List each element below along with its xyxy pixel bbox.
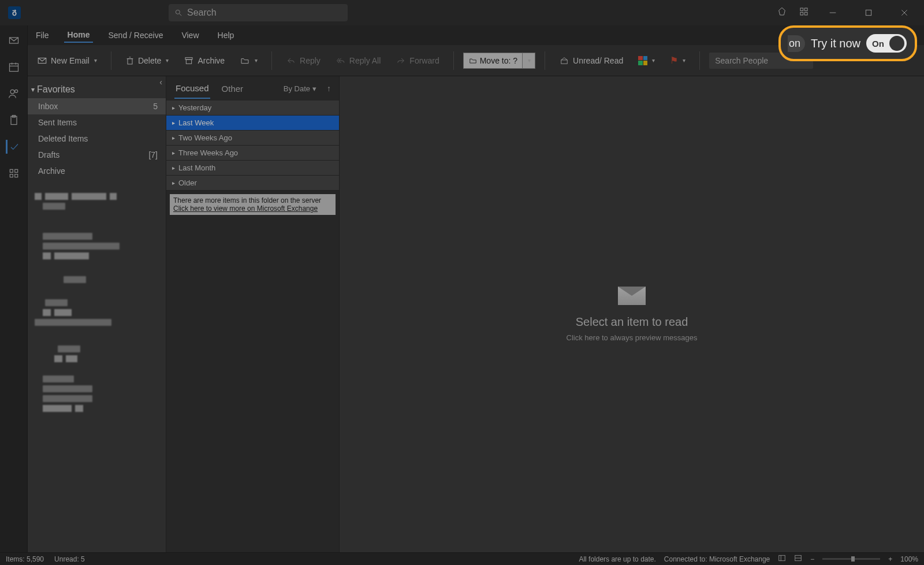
new-email-button[interactable]: New Email ▾ — [32, 53, 102, 68]
zoom-slider[interactable] — [822, 558, 880, 560]
clipboard-icon — [8, 114, 20, 126]
folder-arrow-icon — [468, 57, 478, 65]
svg-rect-8 — [866, 10, 871, 15]
folder-deleted[interactable]: Deleted Items — [28, 131, 166, 147]
zoom-out-icon[interactable]: − — [810, 555, 814, 563]
categorize-button[interactable]: ▾ — [634, 54, 660, 68]
folder-inbox[interactable]: Inbox 5 — [28, 98, 166, 114]
archive-icon — [184, 56, 194, 65]
move-to-button[interactable]: Move to: ? — [463, 53, 523, 69]
toggle-knob — [889, 36, 904, 51]
content-area: ‹ ▾ Favorites Inbox 5 Sent Items Deleted… — [28, 76, 924, 552]
bydate-label: By Date — [284, 84, 310, 93]
inbox-tabs: Focused Other By Date ▾ ↑ — [166, 76, 339, 101]
menu-view[interactable]: View — [178, 28, 202, 42]
sort-direction-icon[interactable]: ↑ — [327, 84, 331, 93]
chevron-down-icon: ▾ — [528, 57, 531, 64]
status-connection: Connected to: Microsoft Exchange — [664, 555, 770, 563]
folder-archive[interactable]: Archive — [28, 163, 166, 179]
rail-people[interactable] — [7, 87, 21, 101]
apps-icon[interactable] — [799, 7, 808, 18]
svg-rect-12 — [128, 58, 132, 64]
global-search[interactable]: Search — [169, 4, 348, 21]
sort-by-date[interactable]: By Date ▾ — [284, 84, 316, 93]
favorites-header[interactable]: ▾ Favorites — [28, 76, 166, 98]
menu-home[interactable]: Home — [64, 28, 94, 43]
group-older[interactable]: ▸Older — [166, 176, 339, 191]
forward-label: Forward — [409, 56, 439, 65]
rail-todo[interactable] — [6, 140, 20, 154]
folder-drafts[interactable]: Drafts [7] — [28, 147, 166, 163]
group-yesterday[interactable]: ▸Yesterday — [166, 101, 339, 116]
group-label: Two Weeks Ago — [178, 133, 232, 142]
mail-icon — [8, 35, 20, 46]
svg-rect-4 — [804, 8, 807, 11]
rail-mail[interactable] — [7, 34, 21, 47]
group-last-week[interactable]: ▸Last Week — [166, 116, 339, 131]
rail-tasks[interactable] — [7, 113, 21, 127]
reply-button[interactable]: Reply — [281, 54, 325, 68]
reading-empty-subtitle[interactable]: Click here to always preview messages — [567, 333, 698, 342]
rail-calendar[interactable] — [7, 60, 21, 74]
unread-read-button[interactable]: Unread/ Read — [554, 54, 628, 68]
try-it-now-toggle[interactable]: On — [866, 34, 907, 53]
svg-rect-16 — [187, 60, 192, 64]
reply-label: Reply — [300, 56, 321, 65]
forward-icon — [396, 57, 406, 65]
window-close[interactable] — [893, 4, 916, 21]
more-on-server-notice[interactable]: There are more items in this folder on t… — [170, 194, 336, 215]
chevron-right-icon: ▸ — [172, 120, 175, 126]
collapse-pane-icon[interactable]: ‹ — [159, 77, 162, 87]
chevron-down-icon[interactable]: ▾ — [94, 57, 97, 64]
reply-all-button[interactable]: Reply All — [331, 54, 385, 68]
tab-other[interactable]: Other — [221, 79, 245, 98]
window-maximize[interactable] — [857, 4, 880, 21]
zoom-value: 100% — [900, 555, 918, 563]
group-label: Last Month — [178, 163, 215, 172]
titlebar: o⃗ Search — [0, 0, 924, 25]
svg-rect-31 — [779, 555, 785, 560]
view-normal-icon[interactable] — [778, 554, 786, 564]
chevron-down-icon: ▾ — [652, 57, 655, 64]
forward-button[interactable]: Forward — [391, 54, 444, 68]
view-reading-icon[interactable] — [794, 554, 802, 564]
folder-label: Deleted Items — [38, 134, 88, 143]
premium-icon[interactable] — [777, 7, 787, 18]
menu-help[interactable]: Help — [214, 28, 238, 42]
move-to-dropdown[interactable]: ▾ — [523, 53, 535, 69]
more-server-text: There are more items in this folder on t… — [173, 196, 332, 205]
folder-label: Drafts — [38, 150, 59, 159]
reply-icon — [286, 57, 296, 65]
folder-label: Sent Items — [38, 118, 77, 127]
people-icon — [8, 88, 20, 99]
group-label: Older — [178, 179, 197, 187]
group-two-weeks[interactable]: ▸Two Weeks Ago — [166, 131, 339, 146]
delete-button[interactable]: Delete ▾ — [121, 53, 173, 68]
group-three-weeks[interactable]: ▸Three Weeks Ago — [166, 146, 339, 161]
zoom-in-icon[interactable]: + — [888, 555, 892, 563]
flag-button[interactable]: ⚑ ▾ — [665, 53, 690, 68]
rail-more[interactable] — [7, 166, 21, 180]
svg-point-23 — [10, 90, 14, 94]
chevron-down-icon: ▾ — [683, 57, 685, 64]
promo-cut-text: on — [788, 35, 805, 52]
svg-marker-2 — [779, 8, 785, 15]
folder-label: Archive — [38, 166, 65, 176]
grid-icon — [8, 168, 20, 179]
tab-focused[interactable]: Focused — [174, 79, 210, 99]
svg-rect-29 — [10, 174, 13, 177]
group-last-month[interactable]: ▸Last Month — [166, 161, 339, 176]
chevron-right-icon: ▸ — [172, 135, 175, 141]
search-people-placeholder: Search People — [715, 56, 768, 65]
window-minimize[interactable] — [821, 4, 844, 21]
svg-rect-5 — [800, 12, 803, 15]
status-unread: Unread: 5 — [54, 555, 85, 563]
move-dropdown-icon[interactable]: ▾ — [235, 54, 262, 68]
archive-button[interactable]: Archive — [179, 54, 229, 68]
chevron-down-icon[interactable]: ▾ — [166, 57, 169, 64]
folder-sent[interactable]: Sent Items — [28, 114, 166, 131]
menu-sendreceive[interactable]: Send / Receive — [105, 28, 166, 42]
search-icon — [174, 9, 182, 17]
more-server-link[interactable]: Click here to view more on Microsoft Exc… — [173, 205, 332, 213]
menu-file[interactable]: File — [32, 28, 53, 42]
